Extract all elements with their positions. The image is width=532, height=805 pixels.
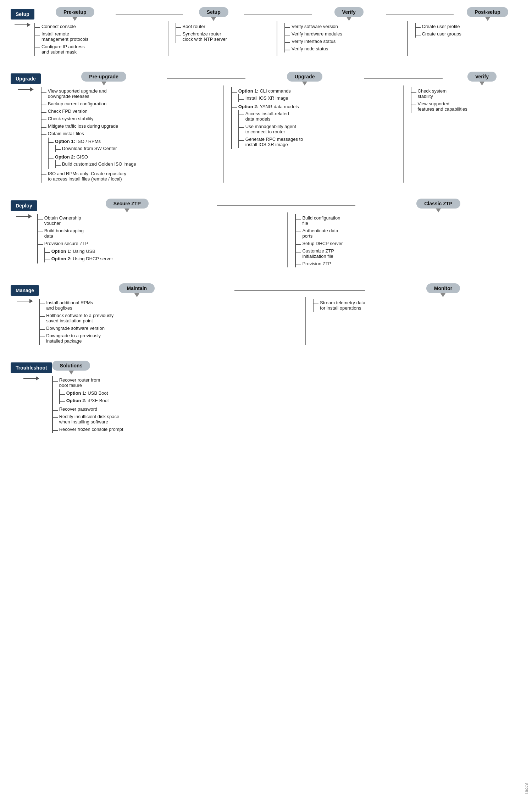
secure-ztp-arrow bbox=[124, 209, 129, 212]
hline bbox=[296, 265, 301, 265]
monitor-arrow bbox=[440, 293, 445, 297]
manage-section: Manage Maintain Monitor bbox=[11, 283, 521, 345]
pre-setup-header-col: Pre-setup bbox=[34, 7, 116, 21]
item-text: Check FPD version bbox=[46, 109, 88, 114]
list-item: Build bootstrappingdata bbox=[38, 227, 113, 240]
hline bbox=[35, 35, 40, 35]
hline bbox=[176, 27, 181, 28]
option-bold: Option 1: bbox=[55, 139, 75, 144]
upgrade-label: Upgrade bbox=[11, 73, 41, 84]
upgrade-connector-2 bbox=[364, 78, 443, 79]
manage-headers: Maintain Monitor bbox=[39, 283, 521, 297]
setup-arrow-down bbox=[211, 17, 216, 21]
hline bbox=[53, 430, 58, 431]
setup-content: Pre-setup Setup Verify Post-setup bbox=[34, 7, 521, 56]
list-item: Boot router bbox=[176, 23, 227, 30]
list-item: Option 2: iPXE Boot bbox=[60, 397, 109, 404]
postsetup-items: Create user profile Create user groups bbox=[415, 23, 522, 38]
hline bbox=[60, 394, 65, 395]
option-bold: Option 2: bbox=[66, 398, 87, 403]
manage-col-divider bbox=[305, 297, 306, 345]
option-bold: Option 2: bbox=[55, 154, 75, 160]
setup-section: Setup Pre-setup Setup Verify bbox=[11, 7, 521, 56]
list-item: Create user profile bbox=[416, 23, 461, 30]
obtain-group: Option 1: ISO / RPMs bbox=[49, 138, 136, 169]
setup-headers: Pre-setup Setup Verify Post-setup bbox=[34, 7, 521, 21]
setup-label-col: Setup bbox=[11, 7, 34, 30]
item-text: Verify hardware modules bbox=[290, 31, 342, 37]
setup-pill: Setup bbox=[199, 7, 228, 17]
yang-group: Access install-relateddata models Use ma… bbox=[239, 110, 303, 148]
list-item: Recover password bbox=[53, 405, 123, 413]
item-text: Verify software version bbox=[290, 24, 338, 29]
list-item: Authenticate dataports bbox=[296, 227, 343, 240]
postsetup-pill: Post-setup bbox=[467, 7, 508, 17]
solutions-arrow bbox=[69, 371, 74, 374]
verify-pill: Verify bbox=[334, 7, 364, 17]
item-text: Mitigate traffic loss during upgrade bbox=[46, 123, 118, 129]
hline bbox=[416, 35, 421, 35]
verify-arrow-down bbox=[347, 17, 351, 21]
list-item: Backup current configuration bbox=[41, 100, 136, 107]
list-item: Option 2: YANG data models Access in bbox=[232, 103, 303, 149]
item-text: Provision secure ZTP Option 1: Using bbox=[43, 241, 113, 262]
hline bbox=[285, 27, 290, 28]
hline bbox=[232, 92, 237, 93]
troubleshoot-content: Solutions Recover router fromboot f bbox=[52, 361, 521, 433]
list-item: Recover router fromboot failure Opti bbox=[53, 376, 123, 405]
deploy-label: Deploy bbox=[11, 200, 37, 211]
classic-ztp-pill: Classic ZTP bbox=[416, 199, 460, 209]
item-text: Setup DHCP server bbox=[301, 241, 343, 246]
obtain-options: Option 1: ISO / RPMs bbox=[48, 138, 136, 169]
hline bbox=[40, 304, 45, 304]
list-item: Check systemstability bbox=[411, 87, 467, 100]
list-item: Customize ZTPinitialization file bbox=[296, 247, 343, 260]
hline bbox=[38, 219, 43, 220]
item-text: Verify interface status bbox=[290, 39, 336, 44]
item-text: Obtain install files bbox=[46, 131, 136, 169]
upgrade-items: Option 1: CLI commands Install IOS XR im… bbox=[231, 87, 398, 149]
hline bbox=[35, 27, 40, 28]
secure-ztp-opts-group: Option 1: Using USB Option 2: Using DHCP… bbox=[45, 248, 113, 262]
hline bbox=[35, 48, 40, 48]
iso-sub: Download from SW Center bbox=[55, 145, 117, 152]
hline bbox=[53, 417, 58, 418]
postsetup-group: Create user profile Create user groups bbox=[416, 23, 461, 38]
hline bbox=[285, 42, 290, 43]
hline bbox=[41, 120, 46, 120]
monitor-col: Stream telemetry datafor install operati… bbox=[307, 297, 521, 312]
hline bbox=[232, 107, 237, 108]
item-text: Option 2: Using DHCP server bbox=[50, 256, 113, 261]
item-text: Create user groups bbox=[421, 31, 461, 37]
list-item: Install IOS XR image bbox=[239, 94, 288, 102]
classic-ztp-arrow bbox=[436, 209, 441, 212]
postsetup-arrow-down bbox=[485, 17, 490, 21]
upgrade-pill: Upgrade bbox=[287, 72, 323, 82]
item-text: Connect console bbox=[40, 24, 76, 29]
setup-col: Boot router Synchronize routerclock with… bbox=[170, 21, 275, 43]
pre-setup-col: Connect console Install remotemanagement… bbox=[34, 21, 166, 56]
setup-label: Setup bbox=[11, 9, 34, 20]
hline bbox=[53, 381, 58, 382]
hline bbox=[40, 316, 45, 317]
upgrade-verify-pill: Verify bbox=[467, 72, 497, 82]
item-text: Build configurationfile bbox=[301, 215, 340, 226]
hline bbox=[45, 252, 50, 253]
boot-options: Option 1: USB Boot Option 2: iPXE Boot bbox=[59, 389, 109, 404]
hline bbox=[41, 92, 46, 93]
deploy-columns: Obtain Ownershipvoucher Build bootstrapp… bbox=[37, 212, 521, 267]
upgrade-col: Option 1: CLI commands Install IOS XR im… bbox=[226, 85, 401, 149]
monitor-group: Stream telemetry datafor install operati… bbox=[314, 299, 365, 312]
maintain-pill: Maintain bbox=[119, 283, 155, 293]
list-item: Mitigate traffic loss during upgrade bbox=[41, 122, 136, 130]
secure-ztp-header-col: Secure ZTP bbox=[37, 199, 217, 212]
connector-2 bbox=[244, 14, 312, 15]
maintain-col: Install additional RPMsand bugfixes Roll… bbox=[39, 297, 303, 345]
postsetup-col: Create user profile Create user groups bbox=[410, 21, 522, 38]
hline bbox=[49, 142, 54, 143]
hline bbox=[53, 410, 58, 411]
pre-setup-pill: Pre-setup bbox=[56, 7, 94, 17]
list-item: Option 1: USB Boot bbox=[60, 389, 109, 397]
giso-sub: Build customized Golden ISO image bbox=[55, 160, 136, 168]
manage-label-col: Manage bbox=[11, 283, 39, 306]
